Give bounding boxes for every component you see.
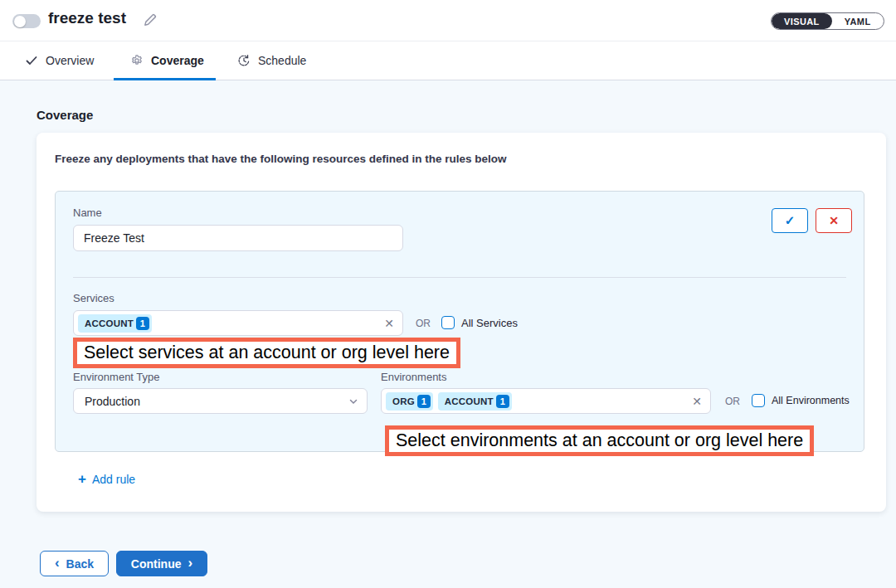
freeze-enable-toggle[interactable] — [12, 14, 41, 28]
back-button[interactable]: ‹ Back — [40, 551, 109, 576]
services-multiselect[interactable]: ACCOUNT 1 ✕ — [73, 310, 403, 336]
rule-divider — [73, 277, 846, 278]
chevron-right-icon: › — [187, 556, 192, 570]
environments-or-label: OR — [725, 396, 740, 407]
environments-tag-org[interactable]: ORG 1 — [386, 392, 433, 411]
check-icon: ✓ — [785, 213, 796, 228]
continue-button[interactable]: Continue › — [116, 551, 207, 576]
freeze-title: freeze test — [48, 9, 126, 27]
rule-name-input[interactable] — [73, 225, 403, 251]
services-label: Services — [73, 292, 114, 304]
services-or-label: OR — [416, 318, 431, 329]
all-services-label: All Services — [461, 317, 518, 329]
services-annotation-callout: Select services at an account or org lev… — [73, 338, 460, 368]
yaml-mode-button[interactable]: YAML — [832, 13, 884, 29]
tab-coverage[interactable]: Coverage — [130, 41, 204, 80]
environment-type-label: Environment Type — [73, 371, 160, 383]
name-label: Name — [73, 207, 102, 219]
tab-schedule[interactable]: Schedule — [237, 41, 306, 80]
tag-label: ORG — [392, 396, 415, 406]
active-tab-underline — [114, 78, 216, 80]
add-rule-label: Add rule — [92, 473, 135, 486]
tab-overview-label: Overview — [46, 54, 94, 67]
coverage-description: Freeze any deployments that have the fol… — [55, 153, 507, 165]
chevron-down-icon — [348, 396, 358, 406]
cancel-rule-button[interactable]: ✕ — [816, 208, 852, 233]
tag-label: ACCOUNT — [85, 318, 134, 328]
environments-clear-icon[interactable]: ✕ — [692, 396, 702, 407]
schedule-clock-icon — [237, 54, 251, 67]
tab-bar: Overview Coverage Schedule — [0, 41, 896, 80]
toggle-knob — [14, 16, 26, 27]
tab-schedule-label: Schedule — [258, 54, 306, 67]
edit-pencil-icon[interactable] — [143, 12, 158, 27]
top-bar: freeze test VISUAL YAML — [0, 0, 896, 41]
visual-yaml-toggle: VISUAL YAML — [771, 12, 884, 30]
tag-count-badge: 1 — [496, 395, 509, 408]
check-icon — [25, 54, 38, 67]
all-environments-checkbox[interactable] — [752, 394, 765, 407]
services-clear-icon[interactable]: ✕ — [384, 318, 394, 329]
environments-multiselect[interactable]: ORG 1 ACCOUNT 1 ✕ — [381, 388, 711, 414]
all-services-checkbox[interactable] — [441, 316, 455, 329]
visual-mode-button[interactable]: VISUAL — [772, 13, 832, 29]
add-rule-button[interactable]: + Add rule — [78, 472, 135, 486]
continue-label: Continue — [131, 557, 182, 571]
freeze-window: freeze test VISUAL YAML Overview Coverag… — [0, 0, 896, 588]
tab-overview[interactable]: Overview — [25, 41, 94, 80]
tab-coverage-label: Coverage — [151, 54, 204, 67]
all-environments-label: All Environments — [772, 395, 850, 406]
environment-type-select[interactable]: Production — [73, 388, 368, 414]
tag-label: ACCOUNT — [445, 396, 494, 406]
gear-icon — [130, 54, 144, 67]
chevron-left-icon: ‹ — [55, 556, 60, 570]
environments-annotation-callout: Select environments at an account or org… — [385, 425, 814, 456]
environments-tag-account[interactable]: ACCOUNT 1 — [438, 392, 512, 411]
page-title: Coverage — [37, 108, 93, 122]
environments-label: Environments — [381, 371, 446, 383]
plus-icon: + — [78, 472, 86, 486]
tag-count-badge: 1 — [417, 395, 431, 408]
close-icon: ✕ — [829, 214, 839, 227]
tag-count-badge: 1 — [136, 317, 149, 330]
environment-type-value: Production — [85, 395, 140, 408]
back-label: Back — [66, 557, 94, 571]
confirm-rule-button[interactable]: ✓ — [772, 208, 808, 233]
services-tag-account[interactable]: ACCOUNT 1 — [78, 314, 152, 333]
